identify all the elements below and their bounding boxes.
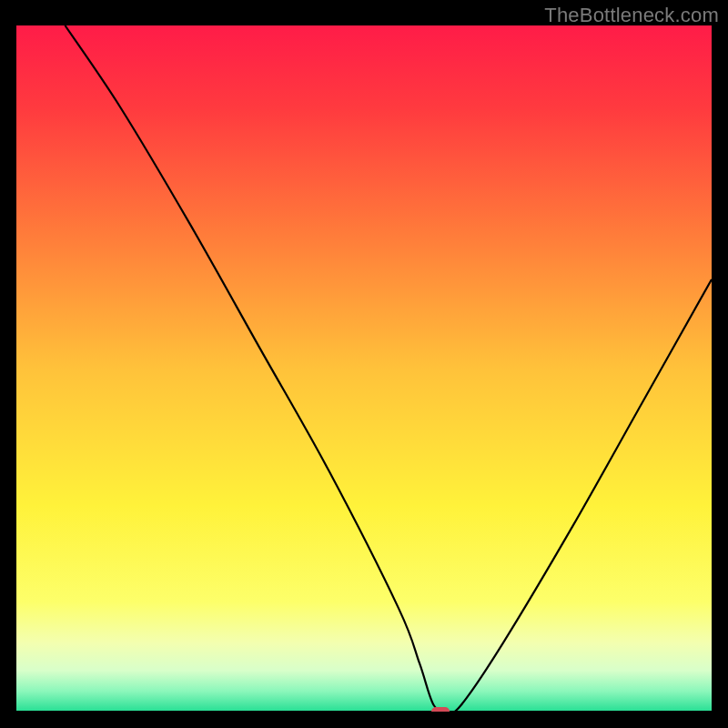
chart-svg — [16, 25, 712, 712]
bottleneck-plot — [16, 25, 712, 712]
gradient-background — [16, 25, 712, 712]
attribution-text: TheBottleneck.com — [544, 4, 719, 27]
chart-frame: TheBottleneck.com — [0, 0, 728, 728]
optimal-marker — [431, 707, 450, 712]
